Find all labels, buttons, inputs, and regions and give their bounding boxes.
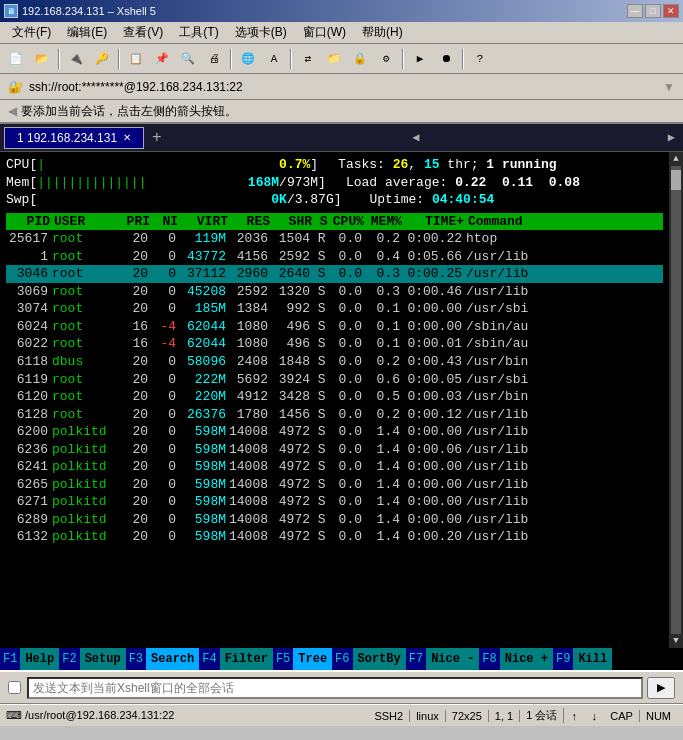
table-row[interactable]: 6128root2002637617801456 S0.00.20:00.12/… xyxy=(6,406,663,424)
toolbar: 📄 📂 🔌 🔑 📋 📌 🔍 🖨 🌐 A ⇄ 📁 🔒 ⚙ ▶ ⏺ ? xyxy=(0,44,683,74)
tab-label: 1 192.168.234.131 xyxy=(17,131,117,145)
table-row[interactable]: 6132polkitd200598M140084972 S0.01.40:00.… xyxy=(6,528,663,546)
close-button[interactable]: ✕ xyxy=(663,4,679,18)
hotkey-item[interactable]: F3Search xyxy=(126,648,200,670)
hotkey-label: Nice - xyxy=(426,648,479,670)
menu-tools[interactable]: 工具(T) xyxy=(171,22,226,43)
bottom-input-bar: ▶ xyxy=(0,670,683,704)
command-header: Command xyxy=(464,213,544,231)
hotkey-label: Kill xyxy=(573,648,612,670)
hotkey-label: SortBy xyxy=(353,648,406,670)
status-caps: CAP xyxy=(604,710,640,722)
status-protocol: SSH2 xyxy=(368,710,410,722)
table-row[interactable]: 6271polkitd200598M140084972 S0.01.40:00.… xyxy=(6,493,663,511)
table-row[interactable]: 6022root16-4620441080496 S0.00.10:00.01/… xyxy=(6,335,663,353)
table-row[interactable]: 3046root2003711229602640 S0.00.30:00.25/… xyxy=(6,265,663,283)
tab-bar: 1 192.168.234.131 ✕ + ◀ ▶ xyxy=(0,124,683,152)
tab-close-button[interactable]: ✕ xyxy=(123,132,131,143)
menu-edit[interactable]: 编辑(E) xyxy=(59,22,115,43)
maximize-button[interactable]: □ xyxy=(645,4,661,18)
menu-bar: 文件(F) 编辑(E) 查看(V) 工具(T) 选项卡(B) 窗口(W) 帮助(… xyxy=(0,22,683,44)
toolbar-new[interactable]: 📄 xyxy=(4,48,28,70)
table-row[interactable]: 6118dbus2005809624081848 S0.00.20:00.43/… xyxy=(6,353,663,371)
app-icon: 🖥 xyxy=(4,4,18,18)
toolbar-paste[interactable]: 📌 xyxy=(150,48,174,70)
status-bar: ⌨ /usr/root@192.168.234.131:22 SSH2 linu… xyxy=(0,704,683,726)
table-row[interactable]: 6120root200220M49123428 S0.00.50:00.03/u… xyxy=(6,388,663,406)
hotkey-number: F4 xyxy=(199,648,219,670)
new-tab-button[interactable]: + xyxy=(146,129,168,147)
hotkey-item[interactable]: F5Tree xyxy=(273,648,332,670)
status-terminal: 72x25 xyxy=(446,710,489,722)
hotkey-number: F5 xyxy=(273,648,293,670)
send-text-input[interactable] xyxy=(27,677,643,699)
toolbar-lock[interactable]: 🔒 xyxy=(348,48,372,70)
menu-tabs[interactable]: 选项卡(B) xyxy=(227,22,295,43)
toolbar-copy[interactable]: 📋 xyxy=(124,48,148,70)
hotkey-item[interactable]: F2Setup xyxy=(59,648,125,670)
scroll-track[interactable] xyxy=(671,166,681,634)
send-all-checkbox[interactable] xyxy=(8,681,21,694)
toolbar-font[interactable]: A xyxy=(262,48,286,70)
toolbar-transfer[interactable]: ⇄ xyxy=(296,48,320,70)
toolbar-print[interactable]: 🖨 xyxy=(202,48,226,70)
hotkey-label: Help xyxy=(20,648,59,670)
toolbar-script[interactable]: ▶ xyxy=(408,48,432,70)
toolbar-globe[interactable]: 🌐 xyxy=(236,48,260,70)
table-row[interactable]: 6200polkitd200598M140084972 S0.01.40:00.… xyxy=(6,423,663,441)
menu-file[interactable]: 文件(F) xyxy=(4,22,59,43)
terminal[interactable]: CPU[| 0.7%] Tasks: 26, 15 thr; 1 running… xyxy=(0,152,669,648)
send-button[interactable]: ▶ xyxy=(647,677,675,699)
scroll-indicator-down[interactable]: ↓ xyxy=(584,710,604,722)
tab-session[interactable]: 1 192.168.234.131 ✕ xyxy=(4,127,144,149)
hotkey-label: Tree xyxy=(293,648,332,670)
table-row[interactable]: 3069root2004520825921320 S0.00.30:00.46/… xyxy=(6,283,663,301)
scroll-down-button[interactable]: ▼ xyxy=(673,636,678,646)
hotkey-label: Search xyxy=(146,648,199,670)
tab-nav-right[interactable]: ▶ xyxy=(664,130,679,145)
hotkey-number: F6 xyxy=(332,648,352,670)
hotkey-number: F9 xyxy=(553,648,573,670)
table-row[interactable]: 6024root16-4620441080496 S0.00.10:00.00/… xyxy=(6,318,663,336)
table-row[interactable]: 6119root200222M56923924 S0.00.60:00.05/u… xyxy=(6,371,663,389)
table-row[interactable]: 25617root200119M20361504 R0.00.20:00.22h… xyxy=(6,230,663,248)
hotkey-item[interactable]: F8Nice + xyxy=(479,648,553,670)
hotkey-item[interactable]: F4Filter xyxy=(199,648,273,670)
menu-view[interactable]: 查看(V) xyxy=(115,22,171,43)
scroll-indicator-up[interactable]: ↑ xyxy=(564,710,584,722)
menu-window[interactable]: 窗口(W) xyxy=(295,22,354,43)
hotkey-item[interactable]: F6SortBy xyxy=(332,648,406,670)
table-row[interactable]: 1root2004377241562592 S0.00.40:05.66/usr… xyxy=(6,248,663,266)
address-dropdown[interactable]: ▼ xyxy=(663,80,675,94)
toolbar-record[interactable]: ⏺ xyxy=(434,48,458,70)
minimize-button[interactable]: — xyxy=(627,4,643,18)
toolbar-connect[interactable]: 🔌 xyxy=(64,48,88,70)
toolbar-open[interactable]: 📂 xyxy=(30,48,54,70)
toolbar-question[interactable]: ? xyxy=(468,48,492,70)
menu-help[interactable]: 帮助(H) xyxy=(354,22,411,43)
table-row[interactable]: 6241polkitd200598M140084972 S0.01.40:00.… xyxy=(6,458,663,476)
table-row[interactable]: 6236polkitd200598M140084972 S0.01.40:00.… xyxy=(6,441,663,459)
scroll-up-button[interactable]: ▲ xyxy=(673,154,678,164)
hotkey-number: F7 xyxy=(406,648,426,670)
toolbar-search[interactable]: 🔍 xyxy=(176,48,200,70)
hotkey-item[interactable]: F1Help xyxy=(0,648,59,670)
hotkey-item[interactable]: F9Kill xyxy=(553,648,612,670)
toolbar-settings[interactable]: ⚙ xyxy=(374,48,398,70)
terminal-scrollbar[interactable]: ▲ ▼ xyxy=(669,152,683,648)
table-row[interactable]: 6289polkitd200598M140084972 S0.01.40:00.… xyxy=(6,511,663,529)
hotkey-label: Filter xyxy=(220,648,273,670)
table-row[interactable]: 3074root200185M1384992 S0.00.10:00.00/us… xyxy=(6,300,663,318)
hotkey-label: Setup xyxy=(80,648,126,670)
notice-arrow-left: ◀ xyxy=(8,104,17,118)
window-title: 192.168.234.131 – Xshell 5 xyxy=(22,5,156,17)
status-num: NUM xyxy=(640,710,677,722)
toolbar-sftp[interactable]: 📁 xyxy=(322,48,346,70)
toolbar-key[interactable]: 🔑 xyxy=(90,48,114,70)
hotkey-item[interactable]: F7Nice - xyxy=(406,648,480,670)
table-row[interactable]: 6265polkitd200598M140084972 S0.01.40:00.… xyxy=(6,476,663,494)
status-sessions: 1 会话 xyxy=(520,708,564,723)
tab-nav-left[interactable]: ◀ xyxy=(408,130,423,145)
scroll-knob[interactable] xyxy=(671,170,681,190)
address-bar: 🔐 ssh://root:*********@192.168.234.131:2… xyxy=(0,74,683,100)
